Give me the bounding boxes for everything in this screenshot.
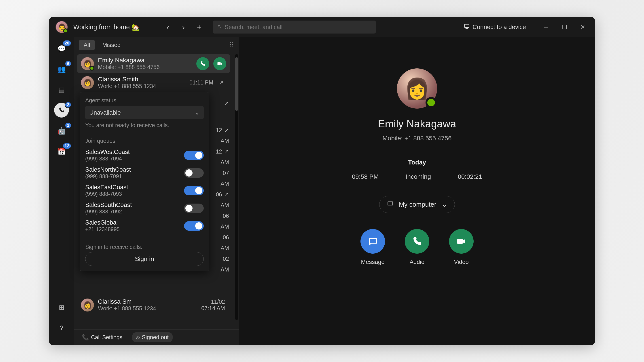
search-bar[interactable] [213,20,376,33]
device-selector[interactable]: My computer ⌄ [379,196,455,213]
outgoing-call-icon: ↗ [219,79,226,86]
audio-label: Audio [410,259,425,266]
call-duration: 00:02:21 [458,173,482,180]
presence-status-text[interactable]: Working from home 🏡 [73,23,140,31]
queue-row: SalesSouthCoast(999) 888-7092 [85,199,204,217]
rail-contacts[interactable]: ▤ [54,82,69,97]
contact-number: Work: +1 888 555 1234 [98,83,185,89]
window-controls: ─ ☐ ✕ [538,21,591,33]
agent-status-value: Unavailable [89,109,121,116]
audio-call-button[interactable] [196,57,209,70]
close-button[interactable]: ✕ [575,21,591,33]
queue-name: SalesGlobal [85,219,120,226]
queue-toggle[interactable] [184,168,204,178]
title-bar: 👨 Working from home 🏡 ‹ › ＋ Connect to a… [49,17,595,37]
call-time: 09:58 PM [352,173,379,180]
rail-chat[interactable]: 💬20 [54,41,69,56]
queue-phone: (999) 888-7094 [85,156,130,162]
queue-row: SalesWestCoast(999) 888-7094 [85,146,204,164]
toggle-knob [195,187,202,194]
presence-icon [90,66,94,71]
tab-missed[interactable]: Missed [97,40,126,50]
calls-footer: 📞 Call Settings ⎋ Signed out [74,329,239,345]
queue-name: SalesWestCoast [85,149,130,156]
badge: 6 [64,60,72,67]
scrollbar-thumb[interactable] [235,57,238,111]
profile-avatar[interactable]: 👨 [56,21,68,33]
queue-name: SalesSouthCoast [85,202,132,209]
outgoing-call-icon: ↗ [224,98,229,109]
app-window: 👨 Working from home 🏡 ‹ › ＋ Connect to a… [49,17,595,345]
minimize-button[interactable]: ─ [538,21,554,33]
rail-apps[interactable]: ⊞ [54,300,69,315]
agent-status-select[interactable]: Unavailable ⌄ [85,106,204,119]
new-chat-button[interactable]: ＋ [193,21,206,33]
signed-status-label: Signed out [142,334,168,341]
audio-button[interactable] [405,229,429,254]
signin-button[interactable]: Sign in [85,252,204,266]
search-input[interactable] [225,24,371,31]
contact-avatar: 👩 [81,299,94,312]
queue-phone: (999) 888-7093 [85,191,128,197]
contact-phone: Mobile: +1 888 555 4756 [382,135,452,142]
call-row[interactable]: 👩 Clarissa Sm Work: +1 888 555 1234 11/0… [77,295,230,314]
svg-line-1 [220,27,220,28]
contact-detail-pane: 👩 Emily Nakagawa Mobile: +1 888 555 4756… [239,37,595,345]
device-label: My computer [399,201,436,208]
rail-help[interactable]: ? [54,321,69,335]
rail-bot[interactable]: 🤖1 [54,123,69,138]
toggle-knob [185,169,192,177]
contact-large-avatar: 👩 [397,68,437,109]
outgoing-call-icon: ↗ [224,146,229,157]
calls-list-panel: All Missed ⠿ 👩 Emily Nakagawa Mobile: +1… [74,37,239,345]
call-time: 01:11 PM [190,79,213,86]
call-settings-button[interactable]: 📞 Call Settings [78,332,126,342]
today-heading: Today [408,159,426,166]
chevron-down-icon: ⌄ [194,109,200,116]
call-row[interactable]: 👩 Clarissa Smith Work: +1 888 555 1234 0… [77,73,230,92]
rail-calls[interactable]: 2 [54,103,69,117]
maximize-button[interactable]: ☐ [556,21,572,33]
list-scrollbar[interactable] [235,54,238,320]
tab-all[interactable]: All [79,40,95,50]
svg-rect-5 [388,202,393,205]
signin-hint: Sign in to receive calls. [85,244,204,250]
call-row-selected[interactable]: 👩 Emily Nakagawa Mobile: +1 888 555 4756 [77,54,230,73]
contact-name: Clarissa Sm [98,298,197,305]
contact-avatar: 👩 [81,57,94,70]
signed-status-chip[interactable]: ⎋ Signed out [132,332,173,342]
rail-teams[interactable]: 👥6 [54,62,69,76]
drag-handle-icon[interactable]: ⠿ [230,41,234,48]
rail-calendar[interactable]: 📅12 [54,144,69,159]
connect-device-button[interactable]: Connect to a device [464,23,526,31]
video-button[interactable] [449,229,474,254]
queue-row: SalesGlobal+21 12348995 [85,217,204,235]
svg-point-0 [218,25,220,27]
queue-phone: (999) 888-7091 [85,173,131,179]
svg-rect-4 [218,62,221,65]
queue-toggle[interactable] [184,221,204,231]
signout-icon: ⎋ [136,334,140,341]
presence-available-icon [63,28,68,33]
message-label: Message [361,259,384,266]
peeking-times: ↗ 12↗ AM 12↗ AM 07 AM 06↗ AM 06 AM 06 AM… [216,97,229,275]
calls-tabs: All Missed ⠿ [74,37,239,53]
contact-number: Work: +1 888 555 1234 [98,305,197,312]
contact-name-heading: Emily Nakagawa [378,117,456,130]
message-button[interactable] [360,229,385,254]
agent-status-label: Agent status [85,97,204,104]
presence-available-icon [426,97,437,108]
back-button[interactable]: ‹ [162,21,174,33]
queue-toggle[interactable] [184,186,204,195]
cast-icon [464,23,470,31]
video-call-button[interactable] [213,57,226,70]
call-date: 11/02 [201,299,225,305]
forward-button[interactable]: › [177,21,190,33]
queue-toggle[interactable] [184,151,204,160]
queue-row: SalesNorthCoast(999) 888-7091 [85,164,204,182]
badge: 20 [62,40,72,46]
contact-name: Emily Nakagawa [98,57,192,64]
badge: 12 [62,143,72,149]
queue-toggle[interactable] [184,204,204,213]
queue-row: SalesEastCoast(999) 888-7093 [85,182,204,199]
